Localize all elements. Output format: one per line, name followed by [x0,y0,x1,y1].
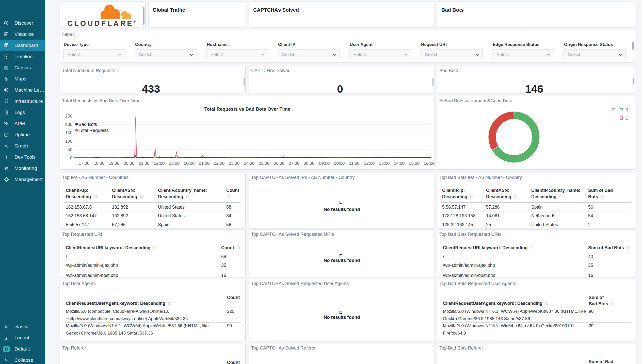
svg-text:07:00: 07:00 [289,161,300,166]
svg-text:100: 100 [65,139,72,144]
svg-text:05:00: 05:00 [259,161,270,166]
svg-text:01:00: 01:00 [199,161,210,166]
svg-text:250: 250 [65,114,72,119]
svg-text:14:00: 14:00 [394,161,405,166]
svg-text:21:00: 21:00 [139,161,150,166]
svg-text:03:00: 03:00 [229,161,240,166]
svg-text:02:00: 02:00 [214,161,225,166]
svg-text:Total Requests vs Bad Bots Ove: Total Requests vs Bad Bots Over Time [204,106,291,112]
svg-text:19:00: 19:00 [109,161,120,166]
svg-text:23:00: 23:00 [169,161,180,166]
svg-text:200: 200 [65,122,72,127]
svg-text:16:00: 16:00 [424,161,435,166]
svg-text:06:00: 06:00 [274,161,285,166]
svg-text:20:00: 20:00 [124,161,135,166]
svg-text:08:00: 08:00 [304,161,315,166]
svg-text:09:00: 09:00 [319,161,330,166]
svg-text:13:00: 13:00 [379,161,390,166]
svg-text:10:00: 10:00 [334,161,345,166]
svg-text:18:00: 18:00 [94,161,105,166]
svg-text:17:00: 17:00 [79,161,90,166]
svg-text:12:00: 12:00 [364,161,375,166]
svg-text:150: 150 [65,130,72,135]
svg-text:15:00: 15:00 [409,161,420,166]
svg-text:Bad Bots: Bad Bots [78,122,97,127]
svg-text:0: 0 [70,156,72,160]
svg-text:04:00: 04:00 [244,161,255,166]
svg-text:50: 50 [68,147,72,152]
svg-text:Total Requests: Total Requests [78,128,109,133]
svg-text:11:00: 11:00 [349,161,359,166]
svg-text:22:00: 22:00 [154,161,165,166]
svg-text:00:00: 00:00 [184,161,195,166]
